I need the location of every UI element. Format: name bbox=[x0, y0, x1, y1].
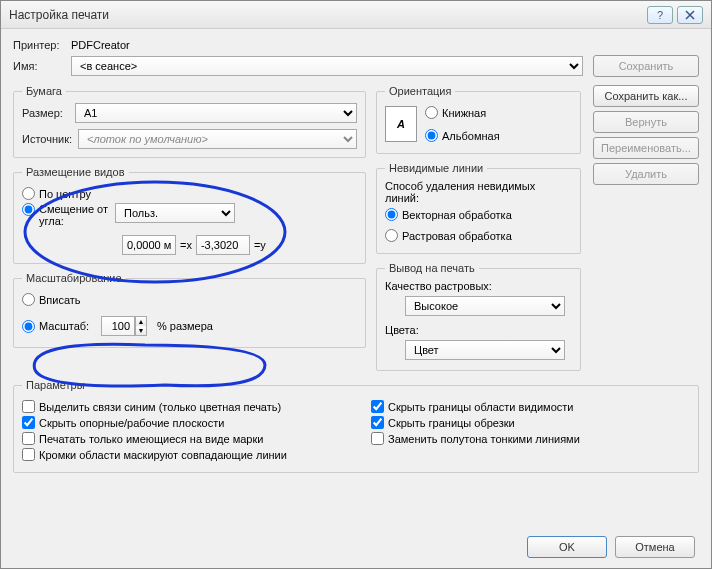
zoom-input[interactable] bbox=[101, 316, 135, 336]
size-select[interactable]: A1 bbox=[75, 103, 357, 123]
offset-radio[interactable] bbox=[22, 203, 35, 216]
opt7-check[interactable] bbox=[371, 432, 384, 445]
offset-label: Смещение от угла: bbox=[39, 203, 111, 227]
opt2-label: Скрыть опорные/рабочие плоскости bbox=[39, 417, 224, 429]
save-as-button[interactable]: Сохранить как... bbox=[593, 85, 699, 107]
options-group: Параметры Выделить связи синим (только ц… bbox=[13, 379, 699, 473]
printer-value: PDFCreator bbox=[71, 39, 130, 51]
colors-select[interactable]: Цвет bbox=[405, 340, 565, 360]
orientation-group: Ориентация A Книжная Альбомная bbox=[376, 85, 581, 154]
offset-x-input[interactable] bbox=[122, 235, 176, 255]
scale-group: Масштабирование Вписать Масштаб: ▲▼ % ра… bbox=[13, 272, 366, 348]
opt5-check[interactable] bbox=[371, 400, 384, 413]
center-label: По центру bbox=[39, 188, 91, 200]
help-button[interactable]: ? bbox=[647, 6, 673, 24]
cancel-button[interactable]: Отмена bbox=[615, 536, 695, 558]
opt6-label: Скрыть границы обрезки bbox=[388, 417, 515, 429]
titlebar: Настройка печати ? bbox=[1, 1, 711, 29]
placement-group: Размещение видов По центру Смещение от у… bbox=[13, 166, 366, 264]
orientation-legend: Ориентация bbox=[385, 85, 455, 97]
raster-radio[interactable] bbox=[385, 229, 398, 242]
quality-select[interactable]: Высокое bbox=[405, 296, 565, 316]
landscape-label: Альбомная bbox=[442, 130, 500, 142]
hidden-mode-label: Способ удаления невидимых линий: bbox=[385, 180, 572, 204]
quality-label: Качество растровых: bbox=[385, 280, 572, 292]
paper-group: Бумага Размер: A1 Источник: <лоток по ум… bbox=[13, 85, 366, 158]
close-button[interactable] bbox=[677, 6, 703, 24]
name-select[interactable]: <в сеансе> bbox=[71, 56, 583, 76]
offset-mode-select[interactable]: Польз. bbox=[115, 203, 235, 223]
revert-button[interactable]: Вернуть bbox=[593, 111, 699, 133]
save-button[interactable]: Сохранить bbox=[593, 55, 699, 77]
paper-legend: Бумага bbox=[22, 85, 66, 97]
fit-radio[interactable] bbox=[22, 293, 35, 306]
opt5-label: Скрыть границы области видимости bbox=[388, 401, 573, 413]
portrait-radio[interactable] bbox=[425, 106, 438, 119]
offset-y-input[interactable] bbox=[196, 235, 250, 255]
zoom-suffix: % размера bbox=[157, 320, 213, 332]
options-legend: Параметры bbox=[22, 379, 89, 391]
opt4-label: Кромки области маскируют совпадающие лин… bbox=[39, 449, 287, 461]
orientation-preview-icon: A bbox=[385, 106, 417, 142]
opt1-check[interactable] bbox=[22, 400, 35, 413]
zoom-radio[interactable] bbox=[22, 320, 35, 333]
size-label: Размер: bbox=[22, 107, 69, 119]
printer-label: Принтер: bbox=[13, 39, 65, 51]
opt6-check[interactable] bbox=[371, 416, 384, 429]
delete-button[interactable]: Удалить bbox=[593, 163, 699, 185]
hidden-group: Невидимые линии Способ удаления невидимы… bbox=[376, 162, 581, 254]
center-radio[interactable] bbox=[22, 187, 35, 200]
source-label: Источник: bbox=[22, 133, 72, 145]
portrait-label: Книжная bbox=[442, 107, 486, 119]
scale-legend: Масштабирование bbox=[22, 272, 126, 284]
dialog-title: Настройка печати bbox=[9, 8, 643, 22]
fit-label: Вписать bbox=[39, 294, 81, 306]
placement-legend: Размещение видов bbox=[22, 166, 129, 178]
opt1-label: Выделить связи синим (только цветная печ… bbox=[39, 401, 281, 413]
x-suffix: =x bbox=[180, 239, 192, 251]
vector-label: Векторная обработка bbox=[402, 209, 512, 221]
opt2-check[interactable] bbox=[22, 416, 35, 429]
zoom-label: Масштаб: bbox=[39, 320, 97, 332]
name-label: Имя: bbox=[13, 60, 65, 72]
opt3-label: Печатать только имеющиеся на виде марки bbox=[39, 433, 263, 445]
vector-radio[interactable] bbox=[385, 208, 398, 221]
y-suffix: =y bbox=[254, 239, 266, 251]
ok-button[interactable]: OK bbox=[527, 536, 607, 558]
raster-label: Растровая обработка bbox=[402, 230, 512, 242]
rename-button[interactable]: Переименовать... bbox=[593, 137, 699, 159]
output-legend: Вывод на печать bbox=[385, 262, 479, 274]
colors-label: Цвета: bbox=[385, 324, 572, 336]
source-select[interactable]: <лоток по умолчанию> bbox=[78, 129, 357, 149]
hidden-legend: Невидимые линии bbox=[385, 162, 487, 174]
landscape-radio[interactable] bbox=[425, 129, 438, 142]
opt7-label: Заменить полутона тонкими линиями bbox=[388, 433, 580, 445]
zoom-spinner[interactable]: ▲▼ bbox=[135, 316, 147, 336]
opt3-check[interactable] bbox=[22, 432, 35, 445]
output-group: Вывод на печать Качество растровых: Высо… bbox=[376, 262, 581, 371]
opt4-check[interactable] bbox=[22, 448, 35, 461]
